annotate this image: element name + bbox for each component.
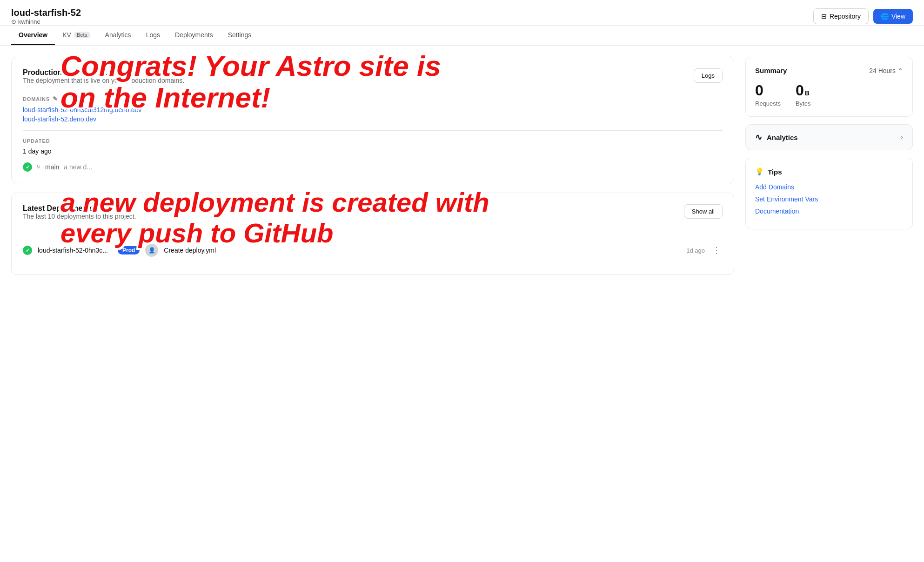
tab-settings[interactable]: Settings <box>221 26 259 45</box>
updated-value: 1 day ago <box>23 147 723 155</box>
production-deployment-subtitle: The deployment that is live on your prod… <box>23 77 184 84</box>
top-bar: loud-starfish-52 ⊙ kwhinne ⊟ Repository … <box>0 0 924 26</box>
commit-message: Create deploy.yml <box>164 247 681 254</box>
project-info: loud-starfish-52 ⊙ kwhinne <box>11 7 81 25</box>
kv-badge: Beta <box>74 32 90 38</box>
analytics-left: ∿ Analytics <box>755 132 798 142</box>
tab-analytics[interactable]: Analytics <box>98 26 139 45</box>
avatar: 👤 <box>145 244 158 257</box>
domain-link-2[interactable]: loud-starfish-52.deno.dev <box>23 115 723 123</box>
production-deployment-card: Production Deployment The deployment tha… <box>11 57 734 183</box>
summary-time-selector[interactable]: 24 Hours ⌃ <box>869 67 903 74</box>
logs-button[interactable]: Logs <box>694 68 723 83</box>
branch-name: main <box>45 163 59 171</box>
nav-tabs: Overview KV Beta Analytics Logs Deployme… <box>0 26 924 46</box>
production-deployment-header: Production Deployment The deployment tha… <box>23 68 723 94</box>
requests-stat: 0 Requests <box>755 82 781 107</box>
analytics-card[interactable]: ∿ Analytics › <box>745 124 913 150</box>
tab-overview[interactable]: Overview <box>11 26 55 45</box>
latest-deployments-header: Latest Deployments The last 10 deploymen… <box>23 204 723 229</box>
tip-documentation[interactable]: Documentation <box>755 207 903 215</box>
chevron-down-icon: ⌃ <box>897 67 903 74</box>
tips-icon: 💡 <box>755 167 764 176</box>
requests-label: Requests <box>755 100 781 107</box>
branch-icon: ⑂ <box>37 163 40 171</box>
tips-card: 💡 Tips Add Domains Set Environment Vars … <box>745 158 913 229</box>
project-owner: ⊙ kwhinne <box>11 18 81 25</box>
tip-set-env-vars[interactable]: Set Environment Vars <box>755 195 903 203</box>
tab-logs[interactable]: Logs <box>139 26 167 45</box>
deployment-time: 1d ago <box>686 247 705 254</box>
left-column: Production Deployment The deployment tha… <box>11 57 734 275</box>
repository-button[interactable]: ⊟ Repository <box>813 8 869 24</box>
production-deployment-title-group: Production Deployment The deployment tha… <box>23 68 184 94</box>
edit-icon[interactable]: ✎ <box>53 95 58 102</box>
deployment-status-row: ✓ ⑂ main a new d... <box>23 162 723 172</box>
tip-add-domains[interactable]: Add Domains <box>755 183 903 191</box>
tab-deployments[interactable]: Deployments <box>167 26 221 45</box>
view-button[interactable]: 🌐 View <box>873 9 913 24</box>
domains-label: DOMAINS ✎ <box>23 95 723 102</box>
updated-label: UPDATED <box>23 138 723 144</box>
prod-badge: Prod <box>118 246 140 254</box>
tips-header: 💡 Tips <box>755 167 903 176</box>
analytics-icon: ∿ <box>755 132 762 142</box>
globe-icon: 🌐 <box>881 13 889 20</box>
domain-link-1[interactable]: loud-starfish-52-0hn3cdf312mg.deno.dev <box>23 106 723 114</box>
status-dot-success: ✓ <box>23 162 32 172</box>
production-deployment-title: Production Deployment <box>23 68 184 77</box>
show-all-button[interactable]: Show all <box>684 204 723 219</box>
latest-deployments-card: Latest Deployments The last 10 deploymen… <box>11 193 734 275</box>
summary-title: Summary <box>755 67 787 74</box>
check-icon: ✓ <box>26 164 30 170</box>
project-name: loud-starfish-52 <box>11 7 81 18</box>
right-column: Summary 24 Hours ⌃ 0 Requests 0 B <box>745 57 913 275</box>
main-content: Congrats! Your Astro site is on the Inte… <box>0 46 924 286</box>
bytes-label: Bytes <box>796 100 811 107</box>
bytes-stat: 0 B Bytes <box>796 82 811 107</box>
tab-kv[interactable]: KV Beta <box>55 26 97 45</box>
stats-row: 0 Requests 0 B Bytes <box>755 82 903 107</box>
summary-header: Summary 24 Hours ⌃ <box>755 67 903 74</box>
deployment-check-icon: ✓ <box>26 248 30 254</box>
commit-info: a new d... <box>64 163 92 171</box>
github-icon: ⊙ <box>11 18 16 25</box>
latest-deployments-title: Latest Deployments <box>23 204 136 213</box>
owner-name: kwhinne <box>18 18 40 25</box>
deployment-row: ✓ loud-starfish-52-0hn3c... Prod 👤 Creat… <box>23 237 723 263</box>
bytes-unit: B <box>805 89 810 97</box>
deployment-name: loud-starfish-52-0hn3c... <box>38 247 112 254</box>
latest-deployments-subtitle: The last 10 deployments to this project. <box>23 213 136 220</box>
repository-icon: ⊟ <box>821 13 827 20</box>
deployment-status-dot: ✓ <box>23 246 32 255</box>
latest-deployments-title-group: Latest Deployments The last 10 deploymen… <box>23 204 136 229</box>
top-bar-actions: ⊟ Repository 🌐 View <box>813 8 913 24</box>
summary-card: Summary 24 Hours ⌃ 0 Requests 0 B <box>745 57 913 117</box>
chevron-right-icon: › <box>901 133 903 141</box>
more-button[interactable]: ⋮ <box>710 245 723 255</box>
bytes-value: 0 B <box>796 82 811 99</box>
requests-value: 0 <box>755 82 781 99</box>
